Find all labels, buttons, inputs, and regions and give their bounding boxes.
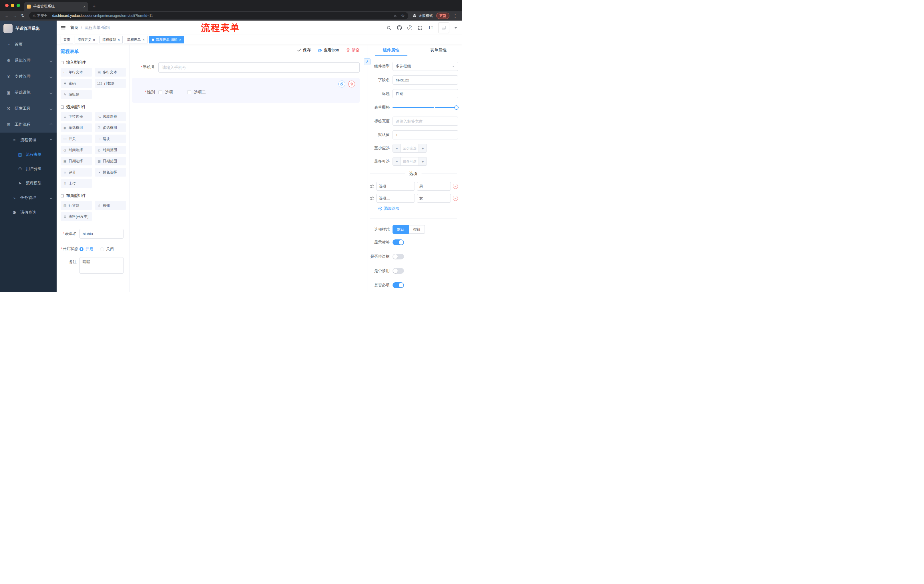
palette-item[interactable]: ▩日期范围 xyxy=(95,157,126,165)
tag-close-icon[interactable]: × xyxy=(179,38,182,42)
increase-button[interactable]: + xyxy=(419,144,427,152)
palette-item[interactable]: ◷时间选择 xyxy=(61,146,92,154)
slider-handle[interactable] xyxy=(454,105,459,110)
palette-item[interactable]: ⊙下拉选择 xyxy=(61,112,92,121)
add-option-button[interactable]: 添加选项 xyxy=(378,206,458,211)
password-key-icon[interactable] xyxy=(393,14,398,18)
font-size-icon[interactable]: TT xyxy=(428,25,433,31)
fullscreen-icon[interactable] xyxy=(418,25,422,30)
back-button[interactable]: ← xyxy=(3,12,11,20)
sidebar-item-process-form[interactable]: ▤ 流程表单 xyxy=(0,147,57,162)
default-value-input[interactable] xyxy=(393,130,458,140)
tag-close-icon[interactable]: × xyxy=(93,38,95,42)
disabled-switch[interactable] xyxy=(393,268,404,274)
sidebar-item-task-management[interactable]: ⌥ 任务管理 xyxy=(0,190,57,205)
github-icon[interactable] xyxy=(397,25,402,30)
close-window-button[interactable] xyxy=(5,4,8,7)
site-security-chip[interactable]: ⚠ 不安全 xyxy=(33,13,48,18)
avatar-caret-icon[interactable] xyxy=(455,28,457,30)
palette-item[interactable]: ☝按钮 xyxy=(95,201,126,210)
increase-button[interactable]: + xyxy=(419,158,427,165)
sidebar-logo[interactable]: 芋道管理系统 xyxy=(0,21,57,36)
remove-option-button[interactable]: − xyxy=(453,184,458,189)
min-select-value[interactable]: 至少应选 xyxy=(401,144,419,152)
palette-item[interactable]: ☑多选框组 xyxy=(95,123,126,132)
tab-component-properties[interactable]: 组件属性 xyxy=(367,44,415,56)
clear-button[interactable]: 清空 xyxy=(346,48,360,53)
tag-process-form-edit[interactable]: 流程表单-编辑 × xyxy=(149,36,185,43)
search-icon[interactable] xyxy=(386,25,391,30)
palette-item[interactable]: ⊸滑块 xyxy=(95,135,126,143)
delete-component-button[interactable] xyxy=(348,81,355,87)
option-name-input[interactable] xyxy=(376,182,415,191)
save-button[interactable]: 保存 xyxy=(297,48,311,53)
option-value-input[interactable] xyxy=(417,194,451,202)
palette-item[interactable]: 123计数器 xyxy=(95,79,126,88)
new-tab-button[interactable]: + xyxy=(90,2,98,10)
label-width-input[interactable] xyxy=(393,117,458,126)
address-bar[interactable]: ⚠ 不安全 dashboard.yudao.iocoder.cn /bpm/ma… xyxy=(29,12,408,20)
palette-item[interactable]: ▥行容器 xyxy=(61,201,92,210)
tag-process-model[interactable]: 流程模型 × xyxy=(99,36,123,43)
canvas-field-phone[interactable]: *手机号 xyxy=(132,62,360,72)
canvas-field-gender-selected[interactable]: *性别 选项一 选项二 xyxy=(132,78,360,103)
with-border-switch[interactable] xyxy=(393,254,404,260)
bookmark-star-icon[interactable]: ☆ xyxy=(401,13,405,18)
palette-item[interactable]: ◉单选框组 xyxy=(61,123,92,132)
gender-option1-checkbox[interactable]: 选项一 xyxy=(158,90,177,95)
remove-option-button[interactable]: − xyxy=(453,196,458,201)
show-label-switch[interactable] xyxy=(393,239,404,245)
browser-update-button[interactable]: 更新 xyxy=(436,13,449,19)
form-name-input[interactable] xyxy=(79,229,124,239)
form-remark-textarea[interactable]: 嘿嘿 xyxy=(79,257,124,274)
palette-item[interactable]: ⊞表格[开发中] xyxy=(61,212,92,221)
drag-handle-icon[interactable] xyxy=(370,184,374,189)
hamburger-icon[interactable] xyxy=(61,25,66,30)
palette-item[interactable]: ☆评分 xyxy=(61,168,92,176)
required-switch[interactable] xyxy=(393,282,404,288)
max-select-value[interactable]: 最多可选 xyxy=(401,158,419,165)
minimize-window-button[interactable] xyxy=(11,4,14,7)
tag-close-icon[interactable]: × xyxy=(142,38,145,42)
reload-button[interactable]: ↻ xyxy=(19,12,27,20)
tab-close-button[interactable]: × xyxy=(83,4,86,9)
sidebar-item-process-management[interactable]: ≡ 流程管理 xyxy=(0,133,57,147)
title-input[interactable] xyxy=(393,89,458,98)
tag-process-form[interactable]: 流程表单 × xyxy=(124,36,147,43)
sidebar-item-infrastructure[interactable]: ▣ 基础设施 xyxy=(0,85,57,100)
palette-item[interactable]: ▭单行文本 xyxy=(61,68,92,77)
link-icon[interactable] xyxy=(364,58,371,65)
tab-form-properties[interactable]: 表单属性 xyxy=(415,44,462,56)
palette-item[interactable]: ✎编辑器 xyxy=(61,90,92,99)
breadcrumb-home-link[interactable]: 首页 xyxy=(70,25,78,30)
palette-item[interactable]: ◴时间范围 xyxy=(95,146,126,154)
sidebar-item-devtools[interactable]: ⚒ 研发工具 xyxy=(0,100,57,117)
palette-item[interactable]: ▦日期选择 xyxy=(61,157,92,165)
palette-item[interactable]: ◑颜色选择 xyxy=(95,168,126,176)
palette-item[interactable]: ✱密码 xyxy=(61,79,92,88)
component-type-select[interactable]: 多选框组 xyxy=(393,62,458,71)
status-off-radio[interactable]: 关闭 xyxy=(100,247,114,252)
sidebar-item-process-model[interactable]: ➤ 流程模型 xyxy=(0,176,57,190)
gender-option2-checkbox[interactable]: 选项二 xyxy=(187,90,206,95)
zoom-window-button[interactable] xyxy=(16,4,20,7)
field-name-input[interactable] xyxy=(393,76,458,85)
option-name-input[interactable] xyxy=(376,194,415,202)
browser-tab[interactable]: 芋道管理系统 × xyxy=(24,2,88,11)
phone-input[interactable] xyxy=(158,62,360,72)
style-button-button[interactable]: 按钮 xyxy=(409,225,425,234)
avatar[interactable] xyxy=(438,22,449,33)
sidebar-item-user-group[interactable]: ⚇ 用户分组 xyxy=(0,162,57,176)
tag-close-icon[interactable]: × xyxy=(118,38,120,42)
palette-item[interactable]: ▤多行文本 xyxy=(95,68,126,77)
sidebar-item-leave-query[interactable]: ⚉ 请假查询 xyxy=(0,205,57,220)
decrease-button[interactable]: − xyxy=(393,144,401,152)
palette-item[interactable]: ⊶开关 xyxy=(61,135,92,143)
view-json-button[interactable]: 查看json xyxy=(318,48,339,53)
style-default-button[interactable]: 默认 xyxy=(393,225,409,234)
drag-handle-icon[interactable] xyxy=(370,196,374,201)
palette-item[interactable]: ⇪上传 xyxy=(61,179,92,188)
option-value-input[interactable] xyxy=(417,182,451,191)
palette-item[interactable]: ⌥级联选择 xyxy=(95,112,126,121)
copy-component-button[interactable] xyxy=(338,81,345,87)
